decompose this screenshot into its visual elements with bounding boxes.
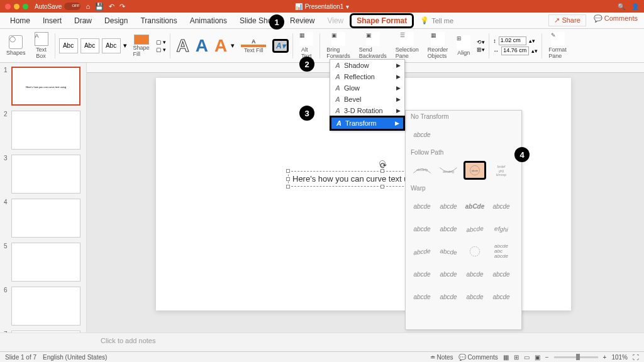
view-reading-icon[interactable]: ▭: [524, 354, 530, 361]
tab-draw[interactable]: Draw: [68, 13, 98, 28]
path-arch-down[interactable]: abcdefg: [411, 161, 433, 180]
tab-insert[interactable]: Insert: [36, 13, 68, 28]
format-pane-button[interactable]: ✎ Format Pane: [546, 31, 569, 60]
thumb-4[interactable]: [11, 199, 80, 238]
warp-17[interactable]: abcde: [411, 287, 433, 306]
warp-14[interactable]: abcde: [437, 265, 460, 283]
warp-15[interactable]: abcde: [464, 265, 486, 283]
tab-shape-format[interactable]: Shape Format: [350, 13, 414, 28]
slide-indicator: Slide 1 of 7: [5, 354, 36, 361]
zoom-in[interactable]: +: [603, 354, 607, 361]
slide-thumbnails[interactable]: 1Here's how you can curve text using 2 3…: [0, 63, 87, 332]
tab-review[interactable]: Review: [284, 13, 321, 28]
align-button[interactable]: ⊞ Align: [454, 34, 473, 57]
text-fill-button[interactable]: A Text Fill: [238, 37, 269, 55]
path-circle[interactable]: abcde: [464, 161, 486, 180]
shape-fill-button[interactable]: Shape Fill: [131, 33, 152, 58]
thumb-6[interactable]: [11, 287, 80, 326]
wordart-styles[interactable]: A A A ▾: [174, 36, 235, 56]
zoom-level[interactable]: 101%: [611, 354, 628, 361]
section-follow-path: Follow Path: [406, 146, 521, 158]
comments-button[interactable]: 💬 Comments: [594, 14, 638, 26]
height-input[interactable]: ↕1.02 cm▴▾: [493, 36, 538, 45]
thumb-7[interactable]: WHAT'S THE DIFFER: [11, 331, 80, 332]
width-input[interactable]: ↔14.76 cm▴▾: [493, 47, 538, 55]
save-icon[interactable]: 💾: [95, 3, 104, 11]
bring-forward-button[interactable]: ▣ Bring Forwards: [324, 31, 353, 60]
tab-view[interactable]: View: [321, 13, 350, 28]
textbox-text[interactable]: Here's how you can curve text using: [292, 174, 423, 184]
text-box-button[interactable]: A Text Box: [32, 31, 51, 60]
status-bar: Slide 1 of 7 English (United States) ≐ N…: [0, 351, 644, 362]
tab-animations[interactable]: Animations: [184, 13, 233, 28]
warp-10[interactable]: abcde: [437, 241, 460, 262]
thumb-1[interactable]: Here's how you can curve text using: [11, 67, 80, 106]
send-backward-button[interactable]: ▣ Send Backwards: [357, 31, 389, 60]
thumb-3[interactable]: [11, 155, 80, 194]
warp-9[interactable]: abcde: [411, 241, 433, 262]
redo-icon[interactable]: ↷: [119, 3, 125, 11]
callout-4: 4: [514, 147, 530, 162]
warp-5[interactable]: abcde: [411, 219, 433, 238]
effect-transform[interactable]: ATransform▶: [330, 116, 405, 131]
rotate-group-buttons[interactable]: ⟲▾⊞▾: [477, 39, 485, 53]
effect-glow[interactable]: AGlow▶: [330, 82, 404, 94]
shapes-gallery[interactable]: ◯ Shapes: [4, 34, 28, 57]
warp-6[interactable]: abcde: [437, 219, 460, 238]
path-button[interactable]: bcdefghijklmnop: [490, 161, 513, 180]
warp-8[interactable]: efghi: [489, 218, 513, 239]
tell-me[interactable]: 💡 Tell me: [420, 16, 453, 25]
home-icon[interactable]: ⌂: [86, 3, 90, 11]
reorder-button[interactable]: ▦ Reorder Objects: [425, 31, 451, 60]
warp-18[interactable]: abcde: [437, 287, 460, 306]
text-effects-button[interactable]: A▾: [272, 39, 289, 53]
language-indicator[interactable]: English (United States): [43, 354, 107, 361]
thumb-5[interactable]: [11, 243, 80, 282]
effect-shadow[interactable]: AShadow▶: [330, 60, 404, 71]
search-icon[interactable]: 🔍: [618, 3, 625, 10]
quick-access-toolbar[interactable]: ⌂ 💾 ↶ ↷: [86, 3, 125, 11]
tab-design[interactable]: Design: [98, 13, 134, 28]
tab-home[interactable]: Home: [4, 13, 36, 28]
account-icon[interactable]: 👤: [631, 3, 639, 10]
comments-toggle[interactable]: 💬 Comments: [458, 354, 498, 361]
svg-text:klmnop: klmnop: [496, 173, 507, 177]
warp-4[interactable]: abcde: [490, 197, 513, 216]
zoom-out[interactable]: −: [545, 354, 549, 361]
autosave-toggle[interactable]: AutoSave: [35, 3, 80, 10]
warp-20[interactable]: abcde: [490, 287, 513, 306]
shape-outline-effects[interactable]: ▢▾ ▢▾: [156, 39, 166, 53]
svg-point-7: [470, 246, 479, 256]
warp-1[interactable]: abcde: [411, 197, 433, 216]
warp-13[interactable]: abcde: [411, 265, 433, 283]
warp-7[interactable]: abcde: [463, 218, 487, 239]
share-button[interactable]: ↗ Share: [548, 14, 586, 26]
rotate-handle[interactable]: ⟳: [379, 160, 386, 167]
warp-16[interactable]: abcde: [490, 265, 513, 283]
warp-2[interactable]: abcde: [437, 197, 460, 216]
notes-toggle[interactable]: ≐ Notes: [430, 354, 453, 361]
effect-bevel[interactable]: ABevel▶: [330, 94, 404, 105]
shape-styles[interactable]: Abc Abc Abc ▾: [59, 38, 127, 53]
tab-transitions[interactable]: Transitions: [134, 13, 183, 28]
no-transform-option[interactable]: abcde: [411, 125, 433, 144]
undo-icon[interactable]: ↶: [109, 3, 114, 11]
warp-12[interactable]: abcdeabcabcde: [490, 242, 513, 261]
effect-3d-rotation[interactable]: A3-D Rotation▶: [330, 105, 404, 116]
warp-3[interactable]: abCde: [464, 197, 486, 216]
fit-to-window-icon[interactable]: ⛶: [633, 354, 639, 361]
window-controls[interactable]: [5, 4, 28, 9]
warp-11[interactable]: [464, 242, 486, 261]
notes-pane[interactable]: Click to add notes: [0, 332, 644, 351]
callout-2: 2: [299, 57, 314, 72]
view-sorter-icon[interactable]: ⊞: [514, 354, 519, 361]
selection-pane-button[interactable]: ☰ Selection Pane: [393, 31, 421, 60]
alt-text-button[interactable]: ▦ Alt Text: [297, 31, 316, 60]
view-slideshow-icon[interactable]: ▣: [535, 354, 540, 361]
view-normal-icon[interactable]: ▦: [503, 354, 509, 361]
zoom-slider[interactable]: [554, 356, 598, 358]
path-arch-up[interactable]: abcdefg: [437, 161, 460, 180]
warp-19[interactable]: abcde: [464, 287, 486, 306]
effect-reflection[interactable]: AReflection▶: [330, 71, 404, 82]
thumb-2[interactable]: [11, 111, 80, 150]
